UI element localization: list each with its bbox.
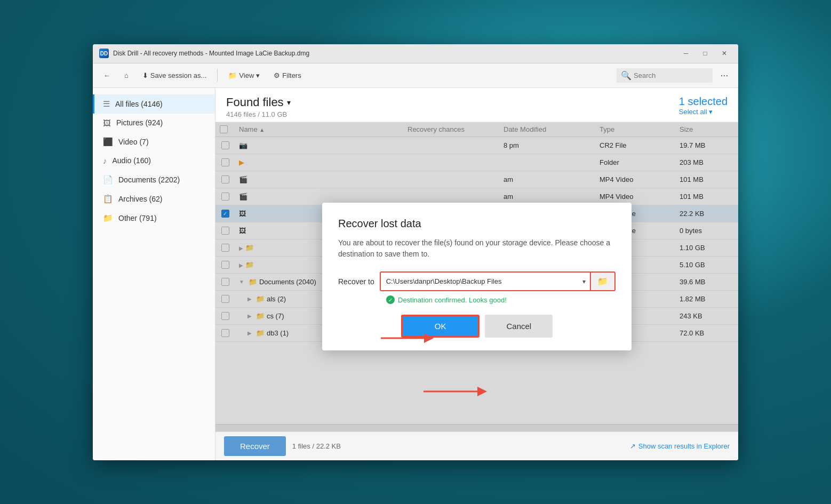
sidebar-item-audio-label: Audio (160) — [113, 156, 151, 165]
sidebar-item-all-files[interactable]: ☰ All files (4146) — [93, 94, 215, 114]
sidebar-item-archives[interactable]: 📋 Archives (62) — [93, 189, 215, 209]
pictures-icon: 🖼 — [103, 118, 111, 127]
sidebar-item-documents-label: Documents (2202) — [118, 175, 180, 184]
home-button[interactable]: ⌂ — [119, 69, 134, 82]
show-scan-results-link[interactable]: ↗ Show scan results in Explorer — [630, 442, 730, 450]
view-chevron-icon: ▾ — [256, 71, 260, 79]
bottom-bar: Recover 1 files / 22.2 KB ↗ Show scan re… — [215, 431, 738, 460]
main-content: ☰ All files (4146) 🖼 Pictures (924) ⬛ Vi… — [93, 88, 738, 460]
sidebar-item-all-files-label: All files (4146) — [115, 100, 163, 108]
recover-to-label: Recover to — [338, 277, 374, 286]
folder-browse-button[interactable]: 📁 — [590, 273, 614, 290]
path-dropdown-arrow-icon[interactable]: ▾ — [578, 278, 590, 285]
found-files-label: Found files — [226, 95, 284, 109]
maximize-button[interactable]: □ — [698, 48, 713, 59]
other-icon: 📁 — [103, 213, 113, 223]
documents-icon: 📄 — [103, 175, 113, 185]
path-select-wrapper: C:\Users\danpr\Desktop\Backup Files ▾ 📁 — [380, 271, 616, 291]
content-area: Found files ▾ 4146 files / 11.0 GB 1 sel… — [215, 88, 738, 460]
video-icon: ⬛ — [103, 137, 113, 147]
save-session-label: Save session as... — [150, 71, 207, 79]
sidebar-item-other-label: Other (791) — [118, 214, 157, 222]
home-icon: ⌂ — [124, 71, 129, 79]
more-options-button[interactable]: ··· — [716, 68, 733, 83]
all-files-icon: ☰ — [103, 99, 110, 109]
modal-buttons: OK Cancel — [338, 315, 616, 338]
sidebar-item-archives-label: Archives (62) — [118, 195, 162, 203]
select-all-chevron-icon: ▾ — [709, 108, 713, 116]
view-button[interactable]: 📁 View ▾ — [223, 69, 265, 82]
titlebar: DD Disk Drill - All recovery methods - M… — [93, 44, 738, 63]
save-session-button[interactable]: ⬇ Save session as... — [137, 69, 212, 82]
content-header: Found files ▾ 4146 files / 11.0 GB 1 sel… — [215, 88, 738, 122]
back-icon: ← — [103, 71, 110, 79]
select-all-label: Select all — [679, 108, 707, 116]
modal-overlay: Recover lost data You are about to recov… — [215, 122, 738, 431]
toolbar: ← ⌂ ⬇ Save session as... 📁 View ▾ ⚙ Filt… — [93, 63, 738, 88]
found-files-title: Found files ▾ — [226, 95, 291, 109]
search-input[interactable] — [634, 71, 708, 79]
folder-browse-icon: 📁 — [597, 276, 608, 286]
show-scan-icon: ↗ — [630, 442, 636, 450]
audio-icon: ♪ — [103, 156, 107, 165]
sidebar-item-pictures[interactable]: 🖼 Pictures (924) — [93, 114, 215, 132]
folder-icon: 📁 — [228, 71, 237, 79]
selected-count: 1 selected — [679, 95, 728, 108]
arrow-to-path — [381, 330, 434, 346]
selected-info: 1 selected Select all ▾ — [679, 95, 728, 116]
modal-description: You are about to recover the file(s) fou… — [338, 237, 616, 260]
recover-to-row: Recover to C:\Users\danpr\Desktop\Backup… — [338, 271, 616, 291]
sidebar-item-audio[interactable]: ♪ Audio (160) — [93, 151, 215, 170]
sidebar-item-other[interactable]: 📁 Other (791) — [93, 209, 215, 228]
found-files-dropdown-icon[interactable]: ▾ — [287, 98, 291, 107]
close-button[interactable]: ✕ — [717, 48, 732, 59]
minimize-button[interactable]: ─ — [678, 48, 693, 59]
cancel-button[interactable]: Cancel — [485, 315, 553, 338]
files-info: 4146 files / 11.0 GB — [226, 110, 291, 118]
search-icon: 🔍 — [621, 70, 632, 81]
recover-button[interactable]: Recover — [224, 436, 286, 456]
archives-icon: 📋 — [103, 194, 113, 204]
sidebar-item-pictures-label: Pictures (924) — [116, 118, 163, 127]
view-label: View — [239, 71, 254, 79]
filters-label: Filters — [282, 71, 301, 79]
sidebar-item-video[interactable]: ⬛ Video (7) — [93, 132, 215, 151]
modal-dialog: Recover lost data You are about to recov… — [322, 203, 632, 350]
app-icon-text: DD — [100, 51, 108, 57]
filters-button[interactable]: ⚙ Filters — [268, 69, 306, 82]
app-window: DD Disk Drill - All recovery methods - M… — [93, 44, 738, 460]
toolbar-separator — [217, 69, 218, 82]
window-controls: ─ □ ✕ — [678, 48, 732, 59]
bottom-files-info: 1 files / 22.2 KB — [292, 442, 341, 450]
destination-ok-label: Destination confirmed. Looks good! — [398, 296, 507, 304]
save-icon: ⬇ — [142, 71, 148, 79]
sidebar-item-video-label: Video (7) — [118, 138, 149, 146]
content-body: Name ▲ Recovery chances Date Modified Ty… — [215, 122, 738, 431]
window-title: Disk Drill - All recovery methods - Moun… — [113, 50, 678, 57]
destination-confirmed: ✓ Destination confirmed. Looks good! — [386, 295, 616, 304]
check-circle-icon: ✓ — [386, 295, 395, 304]
path-value[interactable]: C:\Users\danpr\Desktop\Backup Files — [381, 274, 578, 289]
sidebar: ☰ All files (4146) 🖼 Pictures (924) ⬛ Vi… — [93, 88, 215, 460]
app-icon: DD — [99, 49, 109, 58]
search-box: 🔍 — [617, 68, 713, 83]
back-button[interactable]: ← — [98, 69, 116, 82]
sidebar-item-documents[interactable]: 📄 Documents (2202) — [93, 170, 215, 189]
show-scan-label: Show scan results in Explorer — [638, 442, 730, 450]
filters-icon: ⚙ — [274, 71, 280, 79]
arrow-to-ok — [424, 383, 488, 399]
modal-title: Recover lost data — [338, 218, 616, 230]
select-all-button[interactable]: Select all ▾ — [679, 108, 728, 116]
